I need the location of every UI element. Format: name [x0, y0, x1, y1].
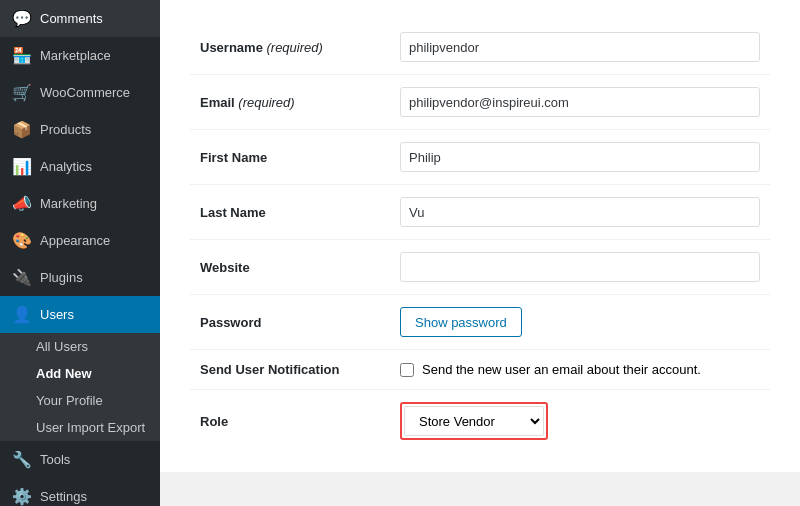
- sidebar-label-woocommerce: WooCommerce: [40, 85, 130, 100]
- role-row: Role Store Vendor Administrator Editor A…: [190, 390, 770, 453]
- form-area: Username (required) Email (required) Fir…: [160, 0, 800, 472]
- comments-icon: 💬: [12, 9, 32, 28]
- sidebar-item-products[interactable]: 📦 Products: [0, 111, 160, 148]
- website-label: Website: [190, 240, 390, 295]
- firstname-row: First Name: [190, 130, 770, 185]
- sidebar-label-users: Users: [40, 307, 74, 322]
- sidebar-item-settings[interactable]: ⚙️ Settings: [0, 478, 160, 506]
- sidebar-label-settings: Settings: [40, 489, 87, 504]
- sidebar-item-comments[interactable]: 💬 Comments: [0, 0, 160, 37]
- submenu-all-users[interactable]: All Users: [0, 333, 160, 360]
- sidebar: 💬 Comments 🏪 Marketplace 🛒 WooCommerce 📦…: [0, 0, 160, 506]
- sidebar-item-plugins[interactable]: 🔌 Plugins: [0, 259, 160, 296]
- password-row: Password Show password: [190, 295, 770, 350]
- marketing-icon: 📣: [12, 194, 32, 213]
- notification-checkbox-area: Send the new user an email about their a…: [400, 362, 760, 377]
- sidebar-item-analytics[interactable]: 📊 Analytics: [0, 148, 160, 185]
- sidebar-label-products: Products: [40, 122, 91, 137]
- settings-icon: ⚙️: [12, 487, 32, 506]
- sidebar-label-analytics: Analytics: [40, 159, 92, 174]
- sidebar-label-tools: Tools: [40, 452, 70, 467]
- role-label: Role: [190, 390, 390, 453]
- woocommerce-icon: 🛒: [12, 83, 32, 102]
- marketplace-icon: 🏪: [12, 46, 32, 65]
- show-password-button[interactable]: Show password: [400, 307, 522, 337]
- user-form-table: Username (required) Email (required) Fir…: [190, 20, 770, 452]
- products-icon: 📦: [12, 120, 32, 139]
- firstname-label: First Name: [190, 130, 390, 185]
- role-select[interactable]: Store Vendor Administrator Editor Author…: [404, 406, 544, 436]
- notification-label: Send User Notification: [190, 350, 390, 390]
- email-input[interactable]: [400, 87, 760, 117]
- sidebar-item-woocommerce[interactable]: 🛒 WooCommerce: [0, 74, 160, 111]
- sidebar-label-marketing: Marketing: [40, 196, 97, 211]
- users-icon: 👤: [12, 305, 32, 324]
- role-select-wrapper: Store Vendor Administrator Editor Author…: [400, 402, 548, 440]
- website-input[interactable]: [400, 252, 760, 282]
- email-row: Email (required): [190, 75, 770, 130]
- firstname-input[interactable]: [400, 142, 760, 172]
- username-label: Username (required): [190, 20, 390, 75]
- tools-icon: 🔧: [12, 450, 32, 469]
- sidebar-label-appearance: Appearance: [40, 233, 110, 248]
- main-content: Username (required) Email (required) Fir…: [160, 0, 800, 506]
- username-input[interactable]: [400, 32, 760, 62]
- website-row: Website: [190, 240, 770, 295]
- analytics-icon: 📊: [12, 157, 32, 176]
- sidebar-label-plugins: Plugins: [40, 270, 83, 285]
- sidebar-label-comments: Comments: [40, 11, 103, 26]
- lastname-input[interactable]: [400, 197, 760, 227]
- sidebar-item-tools[interactable]: 🔧 Tools: [0, 441, 160, 478]
- sidebar-item-marketplace[interactable]: 🏪 Marketplace: [0, 37, 160, 74]
- users-submenu: All Users Add New Your Profile User Impo…: [0, 333, 160, 441]
- appearance-icon: 🎨: [12, 231, 32, 250]
- submenu-your-profile[interactable]: Your Profile: [0, 387, 160, 414]
- plugins-icon: 🔌: [12, 268, 32, 287]
- notification-checkbox[interactable]: [400, 363, 414, 377]
- lastname-row: Last Name: [190, 185, 770, 240]
- sidebar-label-marketplace: Marketplace: [40, 48, 111, 63]
- sidebar-item-appearance[interactable]: 🎨 Appearance: [0, 222, 160, 259]
- notification-text: Send the new user an email about their a…: [422, 362, 701, 377]
- sidebar-item-users[interactable]: 👤 Users: [0, 296, 160, 333]
- sidebar-item-marketing[interactable]: 📣 Marketing: [0, 185, 160, 222]
- username-row: Username (required): [190, 20, 770, 75]
- submenu-user-import-export[interactable]: User Import Export: [0, 414, 160, 441]
- lastname-label: Last Name: [190, 185, 390, 240]
- email-label: Email (required): [190, 75, 390, 130]
- submenu-add-new[interactable]: Add New: [0, 360, 160, 387]
- notification-row: Send User Notification Send the new user…: [190, 350, 770, 390]
- password-label: Password: [190, 295, 390, 350]
